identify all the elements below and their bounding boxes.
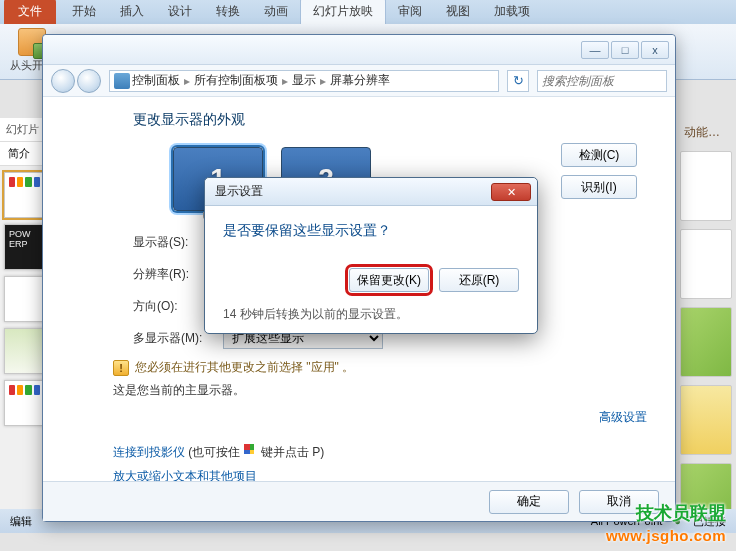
windows-key-icon — [244, 444, 258, 458]
right-strip-header: 动能… — [680, 122, 732, 143]
projector-link[interactable]: 连接到投影仪 — [113, 445, 185, 459]
orientation-label: 方向(O): — [133, 298, 213, 315]
watermark: 技术员联盟 www.jsgho.com — [606, 502, 726, 545]
tab-view[interactable]: 视图 — [434, 0, 482, 24]
apply-warning: ! 您必须在进行其他更改之前选择 "应用" 。 — [113, 359, 637, 376]
tab-home[interactable]: 开始 — [60, 0, 108, 24]
close-button[interactable]: x — [641, 41, 669, 59]
tab-animations[interactable]: 动画 — [252, 0, 300, 24]
watermark-line2: www.jsgho.com — [606, 526, 726, 546]
address-bar-row: 控制面板▸ 所有控制面板项▸ 显示▸ 屏幕分辨率 ↻ — [43, 65, 675, 97]
minimize-button[interactable]: — — [581, 41, 609, 59]
nav-forward-button[interactable] — [77, 69, 101, 93]
preview-card[interactable] — [680, 385, 732, 455]
text-size-link[interactable]: 放大或缩小文本和其他项目 — [113, 469, 257, 481]
refresh-button[interactable]: ↻ — [507, 70, 529, 92]
keep-changes-button[interactable]: 保留更改(K) — [349, 268, 429, 292]
watermark-line1: 技术员联盟 — [606, 502, 726, 525]
crumb-item[interactable]: 屏幕分辨率 — [330, 72, 390, 89]
preview-card[interactable] — [680, 151, 732, 221]
warning-text: 您必须在进行其他更改之前选择 "应用" 。 — [135, 359, 354, 376]
detect-button[interactable]: 检测(C) — [561, 143, 637, 167]
tab-file[interactable]: 文件 — [4, 0, 56, 24]
right-preview-strip: 动能… — [676, 118, 736, 509]
panel-footer: 确定 取消 — [43, 481, 675, 521]
projector-hint-b: 键并点击 P) — [261, 445, 324, 459]
warning-icon: ! — [113, 360, 129, 376]
dialog-titlebar[interactable]: 显示设置 ✕ — [205, 178, 537, 206]
dialog-question: 是否要保留这些显示设置？ — [223, 222, 519, 240]
display-settings-dialog: 显示设置 ✕ 是否要保留这些显示设置？ 保留更改(K) 还原(R) 14 秒钟后… — [204, 177, 538, 334]
tab-review[interactable]: 审阅 — [386, 0, 434, 24]
dialog-title: 显示设置 — [215, 183, 263, 200]
control-panel-icon — [114, 73, 130, 89]
tab-design[interactable]: 设计 — [156, 0, 204, 24]
tab-addins[interactable]: 加载项 — [482, 0, 542, 24]
tab-slideshow[interactable]: 幻灯片放映 — [300, 0, 386, 24]
ok-button[interactable]: 确定 — [489, 490, 569, 514]
dialog-close-button[interactable]: ✕ — [491, 183, 531, 201]
revert-timer-text: 14 秒钟后转换为以前的显示设置。 — [223, 306, 519, 323]
tab-insert[interactable]: 插入 — [108, 0, 156, 24]
page-title: 更改显示器的外观 — [133, 111, 637, 129]
advanced-settings-link[interactable]: 高级设置 — [599, 410, 647, 424]
crumb-item[interactable]: 所有控制面板项 — [194, 72, 278, 89]
crumb-item[interactable]: 控制面板 — [132, 72, 180, 89]
identify-button[interactable]: 识别(I) — [561, 175, 637, 199]
resolution-label: 分辨率(R): — [133, 266, 213, 283]
multi-display-label: 多显示器(M): — [133, 330, 213, 347]
window-titlebar[interactable]: — □ x — [43, 35, 675, 65]
breadcrumb[interactable]: 控制面板▸ 所有控制面板项▸ 显示▸ 屏幕分辨率 — [109, 70, 499, 92]
preview-card[interactable] — [680, 229, 732, 299]
revert-button[interactable]: 还原(R) — [439, 268, 519, 292]
status-edit: 编辑 — [10, 514, 32, 529]
crumb-item[interactable]: 显示 — [292, 72, 316, 89]
nav-back-button[interactable] — [51, 69, 75, 93]
preview-card[interactable] — [680, 307, 732, 377]
ribbon-tabs: 文件 开始 插入 设计 转换 动画 幻灯片放映 审阅 视图 加载项 — [0, 0, 736, 24]
tab-transitions[interactable]: 转换 — [204, 0, 252, 24]
projector-hint-a: (也可按住 — [188, 445, 240, 459]
display-label: 显示器(S): — [133, 234, 213, 251]
maximize-button[interactable]: □ — [611, 41, 639, 59]
main-display-note: 这是您当前的主显示器。 — [113, 382, 637, 399]
search-input[interactable] — [537, 70, 667, 92]
